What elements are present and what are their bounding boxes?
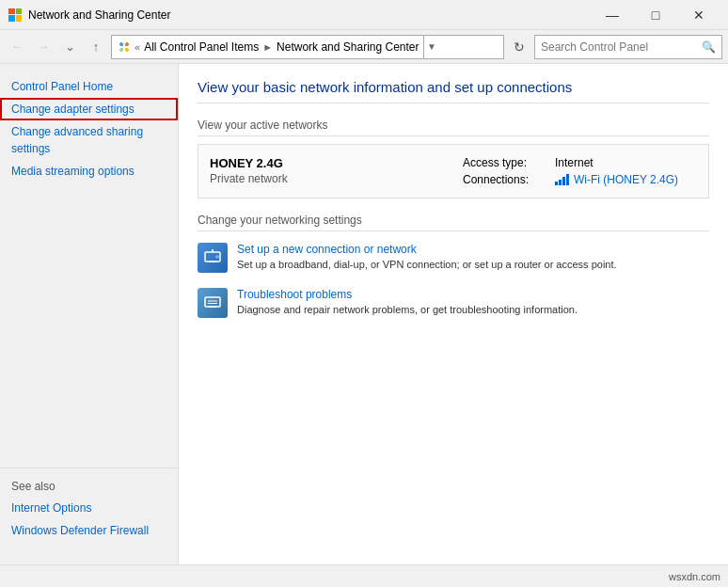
breadcrumb-separator-1: « <box>135 41 140 53</box>
dropdown-button[interactable]: ⌄ <box>58 36 81 58</box>
control-panel-icon <box>118 40 131 54</box>
setup-connection-link[interactable]: Set up a new connection or network <box>237 243 617 256</box>
troubleshoot-desc: Diagnose and repair network problems, or… <box>237 304 578 315</box>
status-text: wsxdn.com <box>669 571 720 582</box>
wifi-link-label: Wi-Fi (HONEY 2.4G) <box>574 173 678 186</box>
svg-rect-6 <box>205 297 220 307</box>
see-also-label: See also <box>11 480 166 493</box>
search-box: 🔍 <box>534 35 722 59</box>
svg-point-3 <box>212 249 214 251</box>
network-info-box: HONEY 2.4G Private network Access type: … <box>198 144 709 198</box>
breadcrumb-separator-2: ► <box>262 41 273 53</box>
wifi-icon <box>555 174 571 185</box>
change-settings-heading: Change your networking settings <box>198 214 709 231</box>
main-container: Control Panel Home Change adapter settin… <box>0 64 728 564</box>
sidebar-see-also: See also Internet Options Windows Defend… <box>0 468 178 553</box>
search-input[interactable] <box>541 40 698 54</box>
troubleshoot-svg-icon <box>204 294 221 311</box>
connections-label: Connections: <box>463 173 547 186</box>
troubleshoot-text: Troubleshoot problems Diagnose and repai… <box>237 288 578 316</box>
network-left: HONEY 2.4G Private network <box>210 156 444 186</box>
address-bar: ← → ⌄ ↑ « All Control Panel Items ► Netw… <box>0 30 728 64</box>
access-type-value: Internet <box>555 156 593 169</box>
sidebar-item-windows-defender-firewall[interactable]: Windows Defender Firewall <box>11 519 166 542</box>
troubleshoot-item: Troubleshoot problems Diagnose and repai… <box>198 288 709 318</box>
sidebar-item-media-streaming[interactable]: Media streaming options <box>0 160 178 182</box>
network-right: Access type: Internet Connections: Wi-Fi… <box>463 156 697 186</box>
setup-connection-icon <box>198 243 228 273</box>
app-icon <box>8 8 23 23</box>
breadcrumb-all-control-panel[interactable]: All Control Panel Items <box>144 40 259 54</box>
setup-connection-item: Set up a new connection or network Set u… <box>198 243 709 273</box>
minimize-button[interactable]: — <box>591 0 634 30</box>
wifi-bars <box>555 174 569 185</box>
window-title: Network and Sharing Center <box>28 8 170 22</box>
forward-button[interactable]: → <box>32 36 55 58</box>
setup-connection-desc: Set up a broadband, dial-up, or VPN conn… <box>237 259 617 270</box>
up-button[interactable]: ↑ <box>85 36 107 58</box>
access-type-label: Access type: <box>463 156 547 169</box>
sidebar: Control Panel Home Change adapter settin… <box>0 64 179 564</box>
address-dropdown-arrow[interactable]: ▼ <box>423 35 440 59</box>
title-bar-controls: — □ ✕ <box>591 0 720 30</box>
content-area: View your basic network information and … <box>179 64 728 564</box>
windows-icon <box>8 8 22 22</box>
connections-row: Connections: Wi-Fi (HONEY 2.4G) <box>463 173 697 186</box>
status-bar: wsxdn.com <box>0 564 728 587</box>
active-networks-heading: View your active networks <box>198 119 709 136</box>
setup-connection-text: Set up a new connection or network Set u… <box>237 243 617 271</box>
close-button[interactable]: ✕ <box>677 0 720 30</box>
network-name: HONEY 2.4G <box>210 156 444 170</box>
setup-svg-icon <box>204 249 221 266</box>
wifi-connection-link[interactable]: Wi-Fi (HONEY 2.4G) <box>555 173 678 186</box>
maximize-button[interactable]: □ <box>634 0 677 30</box>
search-submit-button[interactable]: 🔍 <box>702 40 716 54</box>
breadcrumb-current[interactable]: Network and Sharing Center <box>277 40 419 54</box>
access-type-row: Access type: Internet <box>463 156 697 169</box>
sidebar-item-change-advanced-sharing[interactable]: Change advanced sharing settings <box>0 120 178 160</box>
sidebar-item-control-panel-home[interactable]: Control Panel Home <box>0 75 178 98</box>
title-bar: Network and Sharing Center — □ ✕ <box>0 0 728 30</box>
page-title: View your basic network information and … <box>198 79 709 103</box>
network-type: Private network <box>210 172 444 185</box>
address-box: « All Control Panel Items ► Network and … <box>111 35 504 59</box>
sidebar-item-internet-options[interactable]: Internet Options <box>11 497 166 519</box>
troubleshoot-icon <box>198 288 228 318</box>
back-button[interactable]: ← <box>6 36 28 58</box>
troubleshoot-link[interactable]: Troubleshoot problems <box>237 288 578 301</box>
change-settings-section: Change your networking settings Set up a… <box>198 214 709 318</box>
refresh-button[interactable]: ↻ <box>508 36 530 58</box>
sidebar-item-change-adapter-settings[interactable]: Change adapter settings <box>0 98 178 120</box>
title-bar-left: Network and Sharing Center <box>8 8 170 23</box>
